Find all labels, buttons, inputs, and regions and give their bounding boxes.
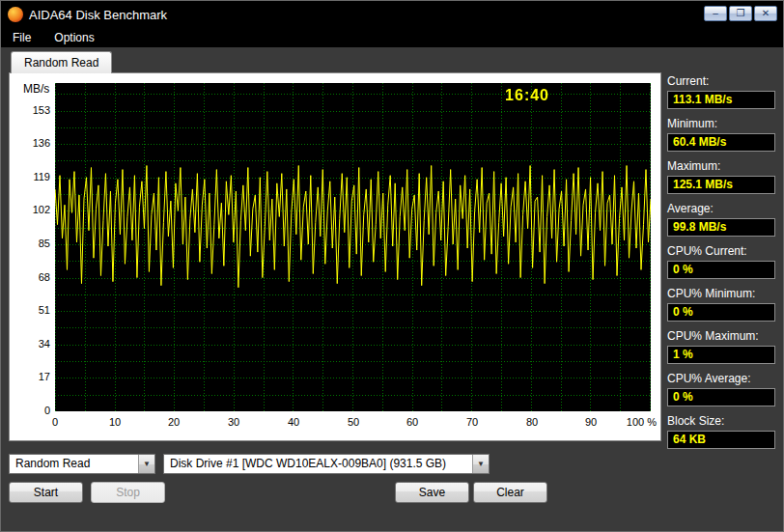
stat-value: 113.1 MB/s	[667, 91, 775, 109]
stat-current: Current: 113.1 MB/s	[667, 74, 775, 109]
y-tick: 85	[10, 238, 50, 249]
stat-cpu-minimum: CPU% Minimum: 0 %	[667, 287, 775, 322]
stat-cpu-current: CPU% Current: 0 %	[667, 244, 775, 279]
app-window: AIDA64 Disk Benchmark – ❐ ✕ File Options…	[0, 0, 784, 532]
x-tick: 30	[228, 416, 239, 428]
y-tick: 0	[10, 405, 50, 416]
benchmark-chart	[55, 83, 651, 411]
stat-label: CPU% Maximum:	[667, 329, 775, 343]
menubar: File Options	[1, 28, 783, 47]
x-tick: 10	[109, 416, 121, 428]
save-button[interactable]: Save	[395, 482, 469, 503]
minimize-button[interactable]: –	[704, 6, 727, 21]
stat-value: 125.1 MB/s	[667, 176, 775, 194]
x-tick: 40	[288, 416, 299, 428]
x-tick: 60	[406, 416, 418, 428]
stat-label: CPU% Minimum:	[667, 287, 775, 300]
stat-label: Minimum:	[667, 117, 775, 130]
stat-label: Average:	[667, 202, 775, 215]
x-tick: 90	[585, 416, 597, 428]
chevron-down-icon[interactable]: ▼	[472, 455, 489, 473]
window-title: AIDA64 Disk Benchmark	[29, 8, 167, 22]
stat-value: 0 %	[667, 303, 775, 322]
drive-select[interactable]: Disk Drive #1 [WDC WD10EALX-009BA0] (931…	[163, 454, 490, 474]
close-button[interactable]: ✕	[754, 6, 777, 21]
start-button[interactable]: Start	[9, 482, 83, 503]
maximize-button[interactable]: ❐	[729, 6, 752, 21]
y-tick: 34	[10, 338, 50, 350]
x-tick: 70	[466, 416, 478, 428]
x-tick: 50	[348, 416, 359, 428]
stat-block-size: Block Size: 64 KB	[667, 414, 775, 449]
x-tick: 100 %	[627, 416, 657, 428]
y-tick: 68	[10, 271, 50, 283]
x-tick: 80	[526, 416, 538, 428]
window-controls: – ❐ ✕	[704, 6, 777, 21]
stat-average: Average: 99.8 MB/s	[667, 202, 775, 237]
elapsed-time: 16:40	[505, 87, 549, 104]
y-tick: 136	[10, 137, 50, 149]
titlebar: AIDA64 Disk Benchmark – ❐ ✕	[1, 1, 783, 28]
clear-button[interactable]: Clear	[473, 482, 547, 503]
y-tick: 102	[10, 204, 50, 215]
y-axis-label: MB/s	[23, 82, 49, 96]
stat-value: 1 %	[667, 346, 775, 364]
stats-panel: Current: 113.1 MB/s Minimum: 60.4 MB/s M…	[667, 74, 775, 457]
stat-minimum: Minimum: 60.4 MB/s	[667, 117, 775, 152]
stat-maximum: Maximum: 125.1 MB/s	[667, 159, 775, 194]
stat-value: 0 %	[667, 388, 775, 406]
x-tick: 20	[168, 416, 180, 428]
stat-value: 60.4 MB/s	[667, 133, 775, 152]
stat-label: Maximum:	[667, 159, 775, 173]
stat-label: CPU% Average:	[667, 372, 775, 385]
y-tick: 119	[10, 171, 50, 182]
stat-cpu-maximum: CPU% Maximum: 1 %	[667, 329, 775, 364]
plot-area: 16:40	[55, 83, 651, 411]
tab-random-read[interactable]: Random Read	[11, 51, 112, 73]
stat-label: Block Size:	[667, 414, 775, 428]
stat-value: 99.8 MB/s	[667, 218, 775, 237]
y-tick: 51	[10, 304, 50, 316]
stat-cpu-average: CPU% Average: 0 %	[667, 372, 775, 406]
y-tick: 153	[10, 104, 50, 116]
benchmark-type-value: Random Read	[15, 457, 90, 470]
stat-label: CPU% Current:	[667, 244, 775, 258]
stat-value: 0 %	[667, 261, 775, 279]
stat-label: Current:	[667, 74, 775, 88]
menu-item-options[interactable]: Options	[52, 29, 96, 46]
x-tick: 0	[52, 416, 58, 428]
menu-item-file[interactable]: File	[11, 29, 33, 46]
aida64-app-icon	[8, 7, 23, 22]
chart-page: MB/s 153 136 119 102 85 68 51 34 17 0 16…	[9, 72, 661, 441]
y-tick: 17	[10, 371, 50, 382]
stat-value: 64 KB	[667, 431, 775, 449]
chevron-down-icon[interactable]: ▼	[138, 455, 154, 473]
drive-select-value: Disk Drive #1 [WDC WD10EALX-009BA0] (931…	[170, 457, 446, 470]
stop-button[interactable]: Stop	[91, 482, 165, 503]
benchmark-type-select[interactable]: Random Read ▼	[9, 454, 155, 474]
